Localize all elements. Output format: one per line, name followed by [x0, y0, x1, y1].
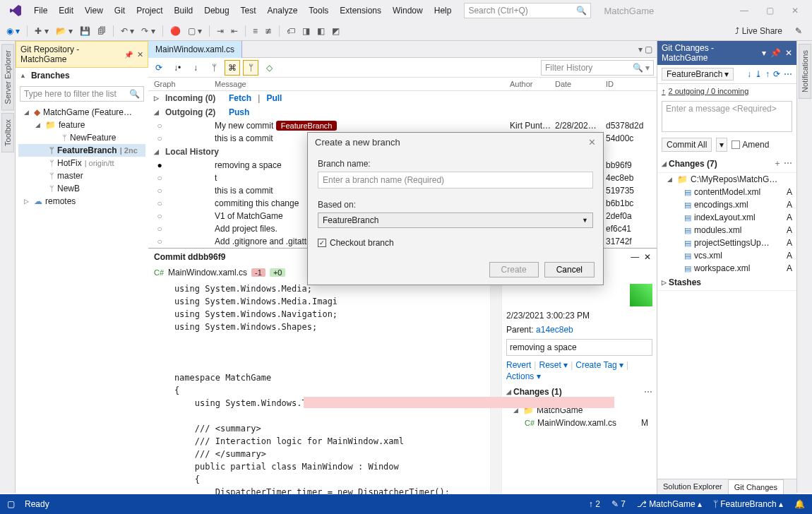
graph-toggle-b[interactable]: ᛘ — [243, 60, 258, 76]
create-tag-button[interactable]: Create Tag ▾ — [575, 360, 623, 370]
menu-debug[interactable]: Debug — [198, 2, 234, 19]
reset-button[interactable]: Reset ▾ — [539, 360, 568, 370]
branch-master[interactable]: ᛘmaster — [18, 169, 145, 182]
tab-git-changes[interactable]: Git Changes — [728, 479, 784, 494]
branches-header[interactable]: ▲ Branches — [16, 68, 148, 83]
tool-d-button[interactable]: ◧ — [315, 25, 327, 37]
back-button[interactable]: ◉ ▾ — [4, 25, 22, 37]
changed-file[interactable]: ▤vcs.xmlA — [657, 249, 796, 262]
filter-history-input[interactable]: Filter History🔍 ▾ — [541, 60, 654, 76]
tool-e-button[interactable]: ◩ — [330, 25, 342, 37]
cancel-button[interactable]: Cancel — [544, 262, 595, 277]
pin-icon[interactable]: 📌 — [770, 48, 781, 58]
outgoing-indicator[interactable]: ↑ 2 — [589, 499, 600, 509]
menu-edit[interactable]: Edit — [53, 2, 79, 19]
save-button[interactable]: 💾 — [78, 25, 92, 37]
graph-toggle-c[interactable]: ◇ — [261, 60, 277, 76]
live-share-button[interactable]: ⤴ Live Share ✎ — [735, 26, 802, 36]
save-all-button[interactable]: 🗐 — [95, 25, 108, 37]
branch-filter-input[interactable]: Type here to filter the list 🔍 — [20, 86, 144, 102]
actions-button[interactable]: Actions ▾ — [506, 371, 541, 381]
menu-tools[interactable]: Tools — [303, 2, 334, 19]
menu-build[interactable]: Build — [169, 2, 199, 19]
push-link[interactable]: Push — [229, 107, 249, 117]
changed-file[interactable]: ▤workspace.xmlA — [657, 262, 796, 275]
dropdown-icon[interactable]: ▾ — [762, 48, 766, 58]
repo-root-node[interactable]: ◢◆MatchGame (Feature… — [18, 106, 145, 119]
stashes-section[interactable]: ▷Stashes — [657, 275, 796, 291]
push-icon[interactable]: ↑ — [765, 69, 770, 79]
minimize-icon[interactable]: — ✕ — [631, 252, 651, 262]
menu-window[interactable]: Window — [387, 2, 429, 19]
commit-msg-box[interactable]: removing a space — [506, 339, 652, 356]
tab-solution-explorer[interactable]: Solution Explorer — [657, 479, 728, 494]
quick-search-input[interactable]: Search (Ctrl+Q) 🔍 — [464, 3, 591, 18]
tab-toolbox[interactable]: Toolbox — [1, 113, 14, 153]
graph-toggle-a[interactable]: ⌘ — [225, 60, 240, 76]
folder-feature[interactable]: ◢📁feature — [18, 119, 145, 131]
menu-project[interactable]: Project — [131, 2, 168, 19]
commit-message-input[interactable]: Enter a message <Required> — [662, 101, 792, 132]
tool-c-button[interactable]: ◨ — [300, 25, 312, 37]
menu-analyze[interactable]: Analyze — [262, 2, 304, 19]
menu-test[interactable]: Test — [235, 2, 262, 19]
commit-dropdown-button[interactable]: ▾ — [716, 138, 727, 152]
branch-hotfix[interactable]: ᛘHotFix | origin/tt — [18, 157, 145, 169]
new-item-button[interactable]: ✚ ▾ — [32, 25, 50, 37]
col-graph[interactable]: Graph — [154, 80, 215, 88]
commit-all-button[interactable]: Commit All — [662, 138, 712, 152]
based-on-select[interactable]: FeatureBranch▼ — [318, 213, 593, 228]
fetch-button[interactable]: ↓• — [169, 60, 185, 76]
fetch-link[interactable]: Fetch — [229, 93, 251, 103]
tool-b-button[interactable]: ▢ ▾ — [186, 25, 204, 37]
changed-file[interactable]: ▤indexLayout.xmlA — [657, 211, 796, 224]
code-viewer[interactable]: using System.Windows.Media; using System… — [148, 280, 490, 501]
outgoing-section[interactable]: ◢Outgoing (2) Push — [148, 105, 657, 119]
changed-file[interactable]: C#MainWindow.xaml.csM — [508, 417, 651, 429]
redo-button[interactable]: ↷ ▾ — [139, 25, 157, 37]
changed-file[interactable]: ▤projectSettingsUp…A — [657, 237, 796, 249]
menu-file[interactable]: File — [28, 2, 53, 19]
branch-newfeature[interactable]: ᛘNewFeature — [18, 131, 145, 144]
outdent-button[interactable]: ⇤ — [229, 25, 240, 37]
push-button[interactable]: ᛘ — [206, 60, 222, 76]
branch-name-input[interactable]: Enter a branch name (Required) — [318, 172, 593, 189]
tab-mainwindow[interactable]: MainWindow.xaml.cs — [148, 41, 242, 58]
close-button[interactable]: ✕ — [788, 6, 802, 16]
changed-file[interactable]: ▤contentModel.xmlA — [657, 186, 796, 198]
open-button[interactable]: 📂 ▾ — [54, 25, 75, 37]
feedback-icon[interactable]: ✎ — [795, 26, 802, 36]
pull-icon[interactable]: ⤓ — [755, 69, 762, 79]
changed-file[interactable]: ▤encodings.xmlA — [657, 198, 796, 211]
col-id[interactable]: ID — [606, 80, 651, 88]
menu-git[interactable]: Git — [109, 2, 131, 19]
root-folder[interactable]: ◢📁C:\MyRepos\MatchG… — [657, 173, 796, 186]
parent-link[interactable]: a14ec8eb — [536, 325, 573, 335]
changes-section[interactable]: ◢Changes (7)＋ ⋯ — [657, 155, 796, 173]
menu-help[interactable]: Help — [429, 2, 458, 19]
maximize-button[interactable]: ▢ — [763, 6, 777, 16]
sync-status-link[interactable]: ↑2 outgoing / 0 incoming — [657, 84, 796, 98]
uncomment-button[interactable]: ≢ — [263, 25, 274, 37]
checkout-branch-checkbox[interactable]: ✓ Checkout branch — [318, 238, 593, 248]
amend-checkbox[interactable]: Amend — [732, 140, 769, 150]
changed-file[interactable]: ▤modules.xmlA — [657, 224, 796, 237]
pull-button[interactable]: ↓ — [188, 60, 203, 76]
pin-icon[interactable]: 📌 — [124, 51, 133, 59]
branch-newb[interactable]: ᛘNewB — [18, 182, 145, 195]
tab-server-explorer[interactable]: Server Explorer — [1, 44, 14, 110]
undo-button[interactable]: ↶ ▾ — [119, 25, 136, 37]
refresh-button[interactable]: ⟳ — [151, 60, 167, 76]
notification-bell-icon[interactable]: 🔔 — [794, 499, 805, 509]
fetch-icon[interactable]: ↓ — [747, 69, 751, 79]
branch-featurebranch[interactable]: ᛘFeatureBranch| 2nc — [18, 144, 145, 157]
more-icon[interactable]: ⋯ — [784, 69, 792, 79]
create-button[interactable]: Create — [489, 262, 539, 277]
commit-row[interactable]: ○My new commit FeatureBranchKirt Punt…2/… — [148, 119, 657, 132]
comment-button[interactable]: ≡ — [251, 25, 260, 37]
close-panel-icon[interactable]: ✕ — [137, 50, 143, 59]
menu-extensions[interactable]: Extensions — [334, 2, 387, 19]
branch-selector[interactable]: FeatureBranch▾ — [662, 68, 734, 80]
tool-a-button[interactable]: 🔴 — [168, 25, 183, 37]
repo-indicator[interactable]: ⎇ MatchGame ▴ — [637, 499, 702, 509]
